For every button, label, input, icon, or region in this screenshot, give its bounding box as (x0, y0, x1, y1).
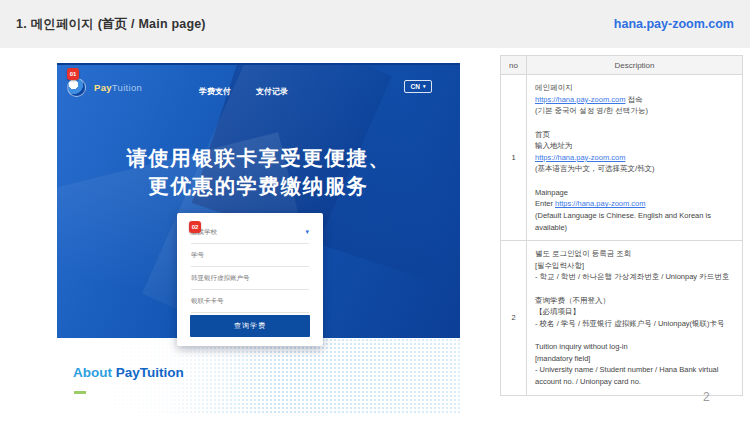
description-text: (Default Language is Chinese. English an… (535, 211, 711, 232)
description-table: no Description 1메인페이지https://hana.pay-zo… (500, 55, 743, 396)
table-row: 1메인페이지https://hana.pay-zoom.com 접속(기본 중국… (501, 75, 743, 241)
description-text: - 校名 / 学号 / 韩亚银行 虚拟账户号 / Unionpay(银联)卡号 (535, 319, 725, 328)
row-description: 별도 로그인없이 등록금 조회[필수입력사항]- 학교 / 학번 / 하나은행 … (527, 241, 743, 396)
description-text: 별도 로그인없이 등록금 조회 (535, 249, 631, 258)
globe-logo-icon (67, 78, 86, 97)
description-text: 首页 (535, 130, 550, 139)
logo-tuition: Tuition (112, 82, 142, 93)
description-text: 输入地址为 (535, 141, 573, 150)
school-select[interactable]: 查找学校 ▾ (191, 221, 309, 244)
language-selector[interactable]: CN ▾ (404, 80, 432, 93)
title-underline-dash (74, 391, 86, 394)
hero-nav-links: 学费支付支付记录 (199, 86, 288, 97)
description-link[interactable]: https://hana.pay-zoom.com (555, 199, 645, 208)
description-text: (基本语言为中文，可选择英文/韩文) (535, 164, 655, 173)
description-text: - 학교 / 학번 / 하나은행 가상계좌번호 / Unionpay 카드번호 (535, 272, 729, 281)
paytuition-logo[interactable]: PayTuition (67, 78, 142, 97)
nav-link-2[interactable]: 支付记录 (256, 86, 288, 97)
virtual-account-placeholder: 韩亚银行虚拟账户号 (191, 274, 250, 283)
description-link[interactable]: https://hana.pay-zoom.com (535, 153, 625, 162)
form-fields: 查找学校 ▾ 学号 韩亚银行虚拟账户号 银联卡卡号 (191, 221, 309, 313)
description-text: Mainpage (535, 188, 568, 197)
chevron-down-icon: ▾ (423, 84, 426, 89)
annotation-callout-02: 02 (189, 221, 201, 233)
description-text: (기본 중국어 설정 영/한 선택가능) (535, 106, 648, 115)
inquire-tuition-button[interactable]: 查询学费 (190, 315, 310, 337)
site-url[interactable]: hana.pay-zoom.com (614, 17, 734, 31)
description-text: 【必填项目】 (535, 307, 580, 316)
table-header-row: no Description (501, 56, 743, 75)
student-number-field[interactable]: 学号 (191, 244, 309, 267)
page-header: 1. 메인페이지 (首页 / Main page) hana.pay-zoom.… (0, 0, 750, 48)
hero-headline: 请使用银联卡享受更便捷、 更优惠的学费缴纳服务 (57, 144, 460, 199)
annotation-callout-01: 01 (67, 68, 79, 80)
table-row: 2별도 로그인없이 등록금 조회[필수입력사항]- 학교 / 학번 / 하나은행… (501, 241, 743, 396)
description-text: 查询学费（不用登入） (535, 296, 610, 305)
hero-headline-line1: 请使用银联卡享受更便捷、 (57, 144, 460, 172)
virtual-account-field[interactable]: 韩亚银行虚拟账户号 (191, 267, 309, 290)
chevron-down-icon: ▾ (305, 228, 309, 236)
description-text: Enter (535, 199, 555, 208)
description-table-body: 1메인페이지https://hana.pay-zoom.com 접속(기본 중국… (501, 75, 743, 396)
description-text: Tuition inquiry without log-in (535, 342, 628, 351)
language-label: CN (411, 83, 420, 90)
description-text: - University name / Student number / Han… (535, 365, 718, 386)
page-number: 2 (703, 390, 710, 404)
unionpay-card-placeholder: 银联卡卡号 (191, 297, 224, 306)
website-screenshot: PayTuition 01 学费支付支付记录 CN ▾ 请使用银联卡享受更便捷、… (57, 63, 460, 413)
about-brand: PayTuition (116, 365, 184, 380)
row-number: 1 (501, 75, 527, 241)
column-header-description: Description (527, 56, 743, 75)
page-title: 1. 메인페이지 (首页 / Main page) (16, 16, 206, 33)
about-prefix: About (73, 365, 116, 380)
description-text: [필수입력사항] (535, 261, 584, 270)
hero-headline-line2: 更优惠的学费缴纳服务 (57, 172, 460, 200)
about-title: About PayTuition (73, 365, 184, 380)
nav-link-1[interactable]: 学费支付 (199, 86, 231, 97)
tuition-inquiry-form: 02 查找学校 ▾ 学号 韩亚银行虚拟账户号 银联卡卡号 查询学费 (177, 213, 323, 346)
row-number: 2 (501, 241, 527, 396)
description-text: [mandatory field] (535, 354, 590, 363)
description-link[interactable]: https://hana.pay-zoom.com (535, 95, 625, 104)
description-text: 접속 (625, 95, 642, 104)
description-text: 메인페이지 (535, 83, 573, 92)
row-description: 메인페이지https://hana.pay-zoom.com 접속(기본 중국어… (527, 75, 743, 241)
logo-text: PayTuition (94, 82, 142, 93)
column-header-no: no (501, 56, 527, 75)
unionpay-card-field[interactable]: 银联卡卡号 (191, 290, 309, 313)
student-number-placeholder: 学号 (191, 251, 204, 260)
about-section: About PayTuition (57, 338, 460, 413)
logo-pay: Pay (94, 82, 112, 93)
